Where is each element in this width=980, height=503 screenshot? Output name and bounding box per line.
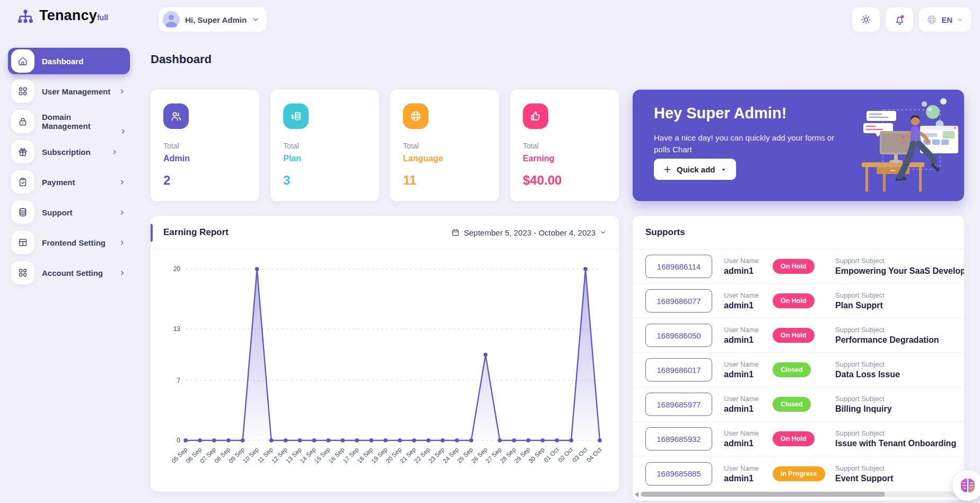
user-name-label: User Name xyxy=(724,257,773,265)
status-badge: In Progress xyxy=(773,466,825,481)
notifications-button[interactable] xyxy=(886,7,913,32)
user-name-label: User Name xyxy=(724,464,773,472)
user-name-value: admin1 xyxy=(724,404,773,414)
stat-value: $40.00 xyxy=(523,173,606,188)
sidebar-item-label: Domain Management xyxy=(42,112,111,131)
sidebar-item-dashboard[interactable]: Dashboard xyxy=(8,48,130,74)
svg-text:10 Sep: 10 Sep xyxy=(242,446,260,464)
sidebar-item-label: Payment xyxy=(42,178,75,187)
stat-total-label: Total xyxy=(523,142,606,150)
user-name-value: admin1 xyxy=(724,474,773,483)
support-ticket-row: 1689686077 User Nameadmin1 On Hold Suppo… xyxy=(633,284,964,318)
calendar-icon xyxy=(451,228,460,237)
quick-add-label: Quick add xyxy=(677,165,715,174)
chevron-right-icon xyxy=(119,209,126,216)
stat-name: Language xyxy=(403,154,486,163)
sidebar-item-subscription[interactable]: Subscription xyxy=(8,138,130,165)
subject-label: Support Subject xyxy=(835,429,964,437)
subject-value: Plan Supprt xyxy=(835,301,964,310)
sidebar-item-payment[interactable]: Payment xyxy=(8,169,130,195)
users-icon xyxy=(163,103,189,129)
stat-name: Plan xyxy=(283,154,366,163)
theme-toggle-button[interactable] xyxy=(852,7,880,32)
user-name-label: User Name xyxy=(724,395,773,403)
subject-value: Billing Inquiry xyxy=(835,404,964,414)
user-name-label: User Name xyxy=(724,291,773,299)
topbar-actions: EN xyxy=(852,7,971,32)
page-title: Dashboard xyxy=(151,53,212,66)
apps-icon xyxy=(11,261,34,284)
notification-bell-icon xyxy=(894,14,906,26)
chevron-right-icon xyxy=(119,239,126,246)
grid-icon xyxy=(11,80,34,103)
sidebar-item-label: Dashboard xyxy=(42,57,83,66)
scrollbar-thumb[interactable] xyxy=(641,492,885,497)
user-menu[interactable]: Hi, Super Admin xyxy=(159,7,267,32)
stat-total-label: Total xyxy=(403,142,486,150)
theme-sun-icon xyxy=(860,14,872,25)
date-range-selector[interactable]: September 5, 2023 - October 4, 2023 xyxy=(451,228,607,237)
language-selector[interactable]: EN xyxy=(919,7,971,32)
status-badge: On Hold xyxy=(773,431,815,446)
subject-label: Support Subject xyxy=(835,395,964,403)
subject-label: Support Subject xyxy=(835,291,964,299)
chevron-right-icon xyxy=(119,88,126,95)
svg-text:02 Oct: 02 Oct xyxy=(557,446,574,463)
svg-text:13: 13 xyxy=(173,325,181,333)
welcome-banner: Hey Super Admin! Have a nice day! you ca… xyxy=(633,90,964,201)
assistant-fab-button[interactable] xyxy=(952,470,980,501)
ticket-id-button[interactable]: 1689685932 xyxy=(645,427,712,450)
sidebar-item-label: Frontend Setting xyxy=(42,238,106,247)
support-ticket-row: 1689685977 User Nameadmin1 Closed Suppor… xyxy=(633,387,964,422)
svg-text:01 Oct: 01 Oct xyxy=(542,446,560,463)
support-ticket-row: 1689685932 User Nameadmin1 On Hold Suppo… xyxy=(633,422,964,456)
sidebar-item-frontend-setting[interactable]: Frontend Setting xyxy=(8,229,130,256)
horizontal-scrollbar[interactable] xyxy=(635,491,961,498)
workspace-illustration xyxy=(852,95,961,196)
sidebar-item-account-setting[interactable]: Account Setting xyxy=(8,259,130,286)
sidebar-item-label: Account Setting xyxy=(42,268,103,277)
chevron-right-icon xyxy=(120,128,127,135)
svg-text:$: $ xyxy=(291,114,294,120)
stat-cards: Total Admin 2 $ Total Plan 3 Total Langu… xyxy=(151,90,619,201)
user-name-value: admin1 xyxy=(724,370,773,379)
user-name-label: User Name xyxy=(724,326,773,334)
status-badge: Closed xyxy=(773,362,811,377)
subject-value: Empowering Your SaaS Development xyxy=(835,266,964,276)
app-logo[interactable]: Tenancyfull xyxy=(16,7,108,28)
user-name-value: admin1 xyxy=(724,266,773,276)
ticket-id-button[interactable]: 1689686017 xyxy=(645,358,712,381)
sidebar-item-support[interactable]: Support xyxy=(8,199,130,226)
date-range-label: September 5, 2023 - October 4, 2023 xyxy=(464,228,596,237)
subject-label: Support Subject xyxy=(835,360,964,368)
ticket-id-button[interactable]: 1689685977 xyxy=(645,393,712,416)
earning-report-card: Earning Report September 5, 2023 - Octob… xyxy=(151,216,619,491)
subject-value: Performance Degradation xyxy=(835,335,964,345)
support-ticket-row: 1689686050 User Nameadmin1 On Hold Suppo… xyxy=(633,318,964,353)
globe-icon xyxy=(403,103,428,129)
home-icon xyxy=(11,49,34,73)
ticket-id-button[interactable]: 1689686050 xyxy=(645,324,712,347)
language-code: EN xyxy=(941,15,952,24)
support-ticket-row: 1689686114 User Nameadmin1 On Hold Suppo… xyxy=(633,249,964,284)
plus-icon xyxy=(663,166,671,174)
sidebar-item-domain-management[interactable]: Domain Management xyxy=(8,108,130,135)
sidebar-item-user-management[interactable]: User Management xyxy=(8,78,130,105)
gift-icon xyxy=(11,140,34,163)
quick-add-button[interactable]: Quick add xyxy=(654,159,736,180)
brand-suffix: full xyxy=(97,13,108,22)
svg-text:0: 0 xyxy=(177,437,180,444)
chevron-down-icon xyxy=(252,16,259,23)
ticket-id-button[interactable]: 1689686114 xyxy=(645,255,712,278)
svg-text:30 Sep: 30 Sep xyxy=(527,446,545,464)
status-badge: On Hold xyxy=(773,328,815,343)
svg-text:20: 20 xyxy=(173,265,181,273)
stat-total-label: Total xyxy=(163,142,247,150)
sidebar-item-label: User Management xyxy=(42,87,110,96)
user-name-value: admin1 xyxy=(724,439,773,448)
ticket-id-button[interactable]: 1689686077 xyxy=(645,289,712,313)
stat-name: Earning xyxy=(523,154,606,163)
sidebar: Dashboard User Management Domain Managem… xyxy=(8,48,130,290)
earning-chart[interactable]: 07132005 Sep06 Sep07 Sep08 Sep09 Sep10 S… xyxy=(160,257,608,483)
ticket-id-button[interactable]: 1689685885 xyxy=(645,462,712,485)
